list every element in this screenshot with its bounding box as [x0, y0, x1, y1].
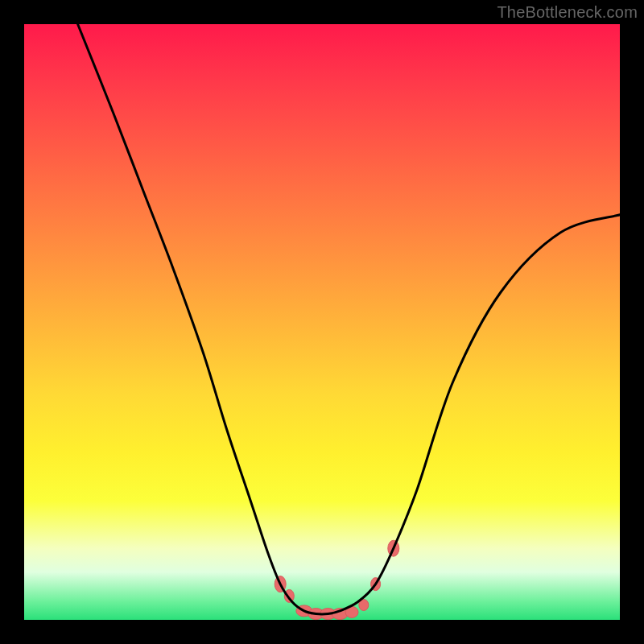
chart-svg	[24, 24, 620, 620]
chart-plot-area	[24, 24, 620, 620]
chart-frame: TheBottleneck.com	[0, 0, 644, 644]
bottleneck-curve	[78, 24, 620, 614]
chart-markers	[275, 540, 399, 619]
watermark-text: TheBottleneck.com	[497, 3, 638, 22]
